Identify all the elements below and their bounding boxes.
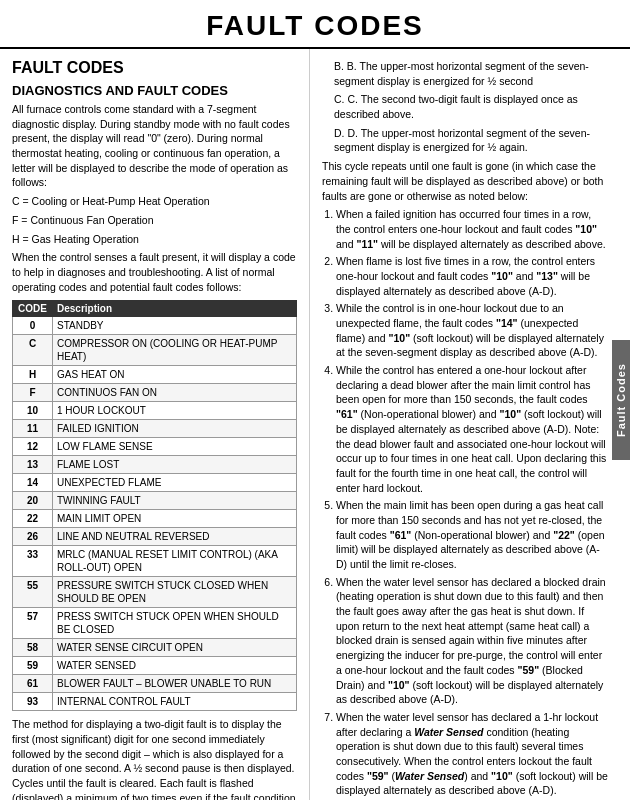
table-row: 33MRLC (MANUAL RESET LIMIT CONTROL) (AKA… bbox=[13, 546, 297, 577]
table-row: 26LINE AND NEUTRAL REVERSED bbox=[13, 528, 297, 546]
cycle-text: This cycle repeats until one fault is go… bbox=[322, 159, 608, 203]
table-cell-description: FAILED IGNITION bbox=[53, 420, 297, 438]
table-cell-code: 93 bbox=[13, 693, 53, 711]
numbered-item-5: When the main limit has been open during… bbox=[336, 498, 608, 571]
table-row: 57PRESS SWITCH STUCK OPEN WHEN SHOULD BE… bbox=[13, 608, 297, 639]
table-cell-description: 1 HOUR LOCKOUT bbox=[53, 402, 297, 420]
table-cell-description: BLOWER FAULT – BLOWER UNABLE TO RUN bbox=[53, 675, 297, 693]
table-cell-description: INTERNAL CONTROL FAULT bbox=[53, 693, 297, 711]
table-row: FCONTINUOS FAN ON bbox=[13, 384, 297, 402]
table-cell-code: 59 bbox=[13, 657, 53, 675]
display-method-text: The method for displaying a two-digit fa… bbox=[12, 717, 297, 800]
table-cell-description: LOW FLAME SENSE bbox=[53, 438, 297, 456]
numbered-item-6: When the water level sensor has declared… bbox=[336, 575, 608, 707]
table-cell-code: 33 bbox=[13, 546, 53, 577]
table-row: 12LOW FLAME SENSE bbox=[13, 438, 297, 456]
right-column: B. B. The upper-most horizontal segment … bbox=[310, 49, 630, 800]
table-cell-description: CONTINUOS FAN ON bbox=[53, 384, 297, 402]
table-row: 93INTERNAL CONTROL FAULT bbox=[13, 693, 297, 711]
table-row: 20TWINNING FAULT bbox=[13, 492, 297, 510]
page-title: FAULT CODES bbox=[20, 10, 610, 42]
table-cell-description: UNEXPECTED FLAME bbox=[53, 474, 297, 492]
table-cell-code: 10 bbox=[13, 402, 53, 420]
table-row: 101 HOUR LOCKOUT bbox=[13, 402, 297, 420]
item-b: B. B. The upper-most horizontal segment … bbox=[322, 59, 608, 88]
side-tab-label: Fault Codes bbox=[615, 363, 627, 437]
numbered-list: When a failed ignition has occurred four… bbox=[322, 207, 608, 798]
table-cell-code: 13 bbox=[13, 456, 53, 474]
table-cell-code: 26 bbox=[13, 528, 53, 546]
table-cell-description: GAS HEAT ON bbox=[53, 366, 297, 384]
table-header-description: Description bbox=[53, 301, 297, 317]
table-row: 22MAIN LIMIT OPEN bbox=[13, 510, 297, 528]
table-cell-code: 20 bbox=[13, 492, 53, 510]
fault-code-table: CODE Description 0STANDBYCCOMPRESSOR ON … bbox=[12, 300, 297, 711]
table-cell-code: 58 bbox=[13, 639, 53, 657]
side-tab: Fault Codes bbox=[612, 340, 630, 460]
table-cell-code: 14 bbox=[13, 474, 53, 492]
table-cell-code: F bbox=[13, 384, 53, 402]
table-cell-description: FLAME LOST bbox=[53, 456, 297, 474]
table-cell-code: 0 bbox=[13, 317, 53, 335]
table-row: CCOMPRESSOR ON (COOLING OR HEAT-PUMP HEA… bbox=[13, 335, 297, 366]
item-d: D. D. The upper-most horizontal segment … bbox=[322, 126, 608, 155]
left-section-title: FAULT CODES bbox=[12, 59, 297, 77]
table-cell-description: WATER SENSED bbox=[53, 657, 297, 675]
mode-f: F = Continuous Fan Operation bbox=[12, 213, 297, 228]
numbered-item-7: When the water level sensor has declared… bbox=[336, 710, 608, 798]
page-header: FAULT CODES bbox=[0, 0, 630, 49]
pre-table-text: When the control senses a fault present,… bbox=[12, 250, 297, 294]
table-row: 61BLOWER FAULT – BLOWER UNABLE TO RUN bbox=[13, 675, 297, 693]
left-column: FAULT CODES DIAGNOSTICS AND FAULT CODES … bbox=[0, 49, 310, 800]
table-cell-code: 11 bbox=[13, 420, 53, 438]
table-cell-code: C bbox=[13, 335, 53, 366]
mode-c: C = Cooling or Heat-Pump Heat Operation bbox=[12, 194, 297, 209]
table-cell-code: 22 bbox=[13, 510, 53, 528]
table-cell-description: PRESS SWITCH STUCK OPEN WHEN SHOULD BE C… bbox=[53, 608, 297, 639]
table-row: 55PRESSURE SWITCH STUCK CLOSED WHEN SHOU… bbox=[13, 577, 297, 608]
intro-paragraph: All furnace controls come standard with … bbox=[12, 102, 297, 190]
diagnostics-title: DIAGNOSTICS AND FAULT CODES bbox=[12, 83, 297, 98]
table-cell-code: 61 bbox=[13, 675, 53, 693]
table-cell-description: STANDBY bbox=[53, 317, 297, 335]
table-row: 13FLAME LOST bbox=[13, 456, 297, 474]
table-cell-code: 55 bbox=[13, 577, 53, 608]
numbered-item-1: When a failed ignition has occurred four… bbox=[336, 207, 608, 251]
table-cell-description: LINE AND NEUTRAL REVERSED bbox=[53, 528, 297, 546]
table-cell-description: WATER SENSE CIRCUIT OPEN bbox=[53, 639, 297, 657]
table-cell-description: COMPRESSOR ON (COOLING OR HEAT-PUMP HEAT… bbox=[53, 335, 297, 366]
table-row: HGAS HEAT ON bbox=[13, 366, 297, 384]
table-row: 11FAILED IGNITION bbox=[13, 420, 297, 438]
table-cell-description: MRLC (MANUAL RESET LIMIT CONTROL) (AKA R… bbox=[53, 546, 297, 577]
table-cell-description: PRESSURE SWITCH STUCK CLOSED WHEN SHOULD… bbox=[53, 577, 297, 608]
table-cell-code: H bbox=[13, 366, 53, 384]
table-header-code: CODE bbox=[13, 301, 53, 317]
table-row: 59WATER SENSED bbox=[13, 657, 297, 675]
numbered-item-2: When flame is lost five times in a row, … bbox=[336, 254, 608, 298]
table-cell-description: TWINNING FAULT bbox=[53, 492, 297, 510]
table-cell-code: 57 bbox=[13, 608, 53, 639]
main-content: FAULT CODES DIAGNOSTICS AND FAULT CODES … bbox=[0, 49, 630, 800]
table-row: 14UNEXPECTED FLAME bbox=[13, 474, 297, 492]
table-cell-description: MAIN LIMIT OPEN bbox=[53, 510, 297, 528]
table-cell-code: 12 bbox=[13, 438, 53, 456]
table-row: 0STANDBY bbox=[13, 317, 297, 335]
mode-h: H = Gas Heating Operation bbox=[12, 232, 297, 247]
table-row: 58WATER SENSE CIRCUIT OPEN bbox=[13, 639, 297, 657]
item-c: C. C. The second two-digit fault is disp… bbox=[322, 92, 608, 121]
numbered-item-3: While the control is in one-hour lockout… bbox=[336, 301, 608, 360]
numbered-item-4: While the control has entered a one-hour… bbox=[336, 363, 608, 495]
